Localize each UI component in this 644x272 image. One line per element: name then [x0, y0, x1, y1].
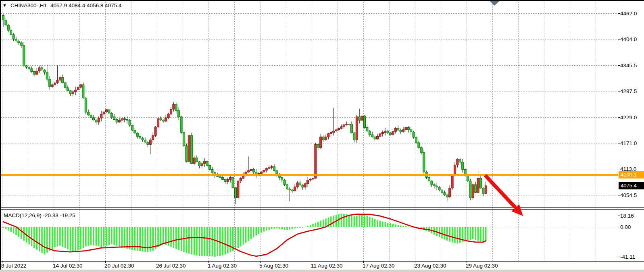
candle: [69, 91, 71, 93]
candle: [407, 127, 409, 130]
candle: [291, 190, 293, 191]
candle: [224, 179, 226, 181]
candle: [149, 140, 151, 144]
candle: [88, 112, 90, 115]
candle: [283, 180, 286, 185]
macd-bar: [411, 227, 412, 227]
macd-bar: [93, 227, 94, 245]
candle: [31, 69, 33, 71]
macd-bar: [341, 214, 342, 227]
candle: [348, 124, 350, 125]
macd-bar: [39, 227, 40, 251]
macd-bar: [485, 227, 487, 242]
candle: [261, 172, 263, 173]
candle: [167, 114, 169, 118]
candle: [136, 133, 138, 137]
macd-bar: [21, 227, 22, 239]
macd-bar: [225, 227, 226, 254]
candle: [7, 25, 9, 30]
macd-bar: [405, 226, 407, 227]
candle: [25, 66, 27, 67]
candle: [93, 118, 95, 120]
candle: [33, 71, 35, 74]
macd-bar: [454, 227, 456, 243]
macd-bar: [70, 227, 71, 251]
macd-bar: [129, 227, 131, 249]
macd-bar: [173, 227, 175, 248]
macd-bar: [101, 227, 102, 247]
macd-bar: [281, 227, 283, 229]
candle: [413, 132, 415, 137]
candle: [98, 118, 100, 122]
macd-bar: [116, 227, 118, 246]
candle: [18, 41, 20, 43]
candle: [296, 183, 298, 187]
trend-arrow[interactable]: [485, 175, 523, 216]
macd-bar: [188, 227, 190, 254]
candle: [134, 130, 136, 133]
candle: [103, 112, 105, 114]
candle: [405, 127, 407, 130]
macd-bar: [477, 227, 479, 241]
candle: [472, 185, 474, 198]
candle: [346, 125, 348, 125]
candle: [299, 183, 301, 185]
macd-bar: [372, 218, 373, 227]
candle: [289, 189, 291, 190]
candle: [433, 185, 435, 186]
macd-bar: [294, 227, 296, 228]
candle: [317, 144, 319, 148]
candle: [340, 127, 342, 128]
candle: [390, 133, 392, 135]
candle: [183, 133, 185, 146]
candle: [10, 30, 12, 35]
macd-bar: [142, 227, 144, 251]
macd-bar: [390, 223, 391, 227]
macd-bar: [209, 227, 210, 256]
symbol-dropdown-icon[interactable]: ▼: [2, 3, 7, 8]
price-axis-label: 4171.0: [620, 140, 637, 146]
macd-bar: [191, 227, 193, 254]
macd-bar: [59, 227, 61, 246]
candle: [193, 158, 195, 164]
date-axis-label: 5 Aug 02:30: [259, 263, 288, 269]
candle: [36, 71, 38, 74]
macd-bar: [400, 225, 402, 227]
candle: [263, 170, 265, 172]
candle: [307, 180, 309, 184]
candle: [154, 127, 156, 135]
macd-bar: [348, 215, 350, 227]
candle: [162, 120, 164, 121]
macd-bar: [297, 227, 298, 228]
candle: [371, 135, 373, 137]
horizontal-line-annotation[interactable]: [1, 174, 618, 176]
candle: [333, 131, 335, 132]
macd-bar: [395, 224, 396, 227]
candle: [237, 181, 239, 198]
macd-bar: [65, 227, 66, 248]
date-axis-label: 26 Jul 02:30: [156, 263, 186, 269]
macd-bar: [354, 216, 355, 227]
chart-canvas[interactable]: 4462.04404.04345.54287.54229.04171.04113…: [0, 0, 644, 272]
price-axis-label: 4462.0: [620, 10, 637, 17]
candle: [59, 77, 61, 80]
macd-bar: [85, 227, 87, 247]
macd-bar: [271, 227, 273, 229]
macd-bar: [276, 227, 278, 228]
scroll-to-end-icon[interactable]: [490, 1, 499, 6]
candle: [431, 181, 433, 185]
candle: [188, 135, 190, 161]
candle: [144, 140, 146, 142]
price-axis-label: 4287.5: [620, 88, 637, 94]
macd-bar: [258, 227, 260, 234]
macd-bar: [320, 221, 322, 227]
macd-bar: [302, 227, 304, 228]
macd-bar: [312, 224, 314, 227]
candle: [456, 159, 459, 165]
macd-bar: [248, 227, 249, 241]
candle: [80, 85, 82, 87]
candle: [366, 127, 368, 131]
candle: [139, 137, 141, 138]
candle: [56, 80, 58, 83]
macd-bar: [402, 226, 404, 227]
